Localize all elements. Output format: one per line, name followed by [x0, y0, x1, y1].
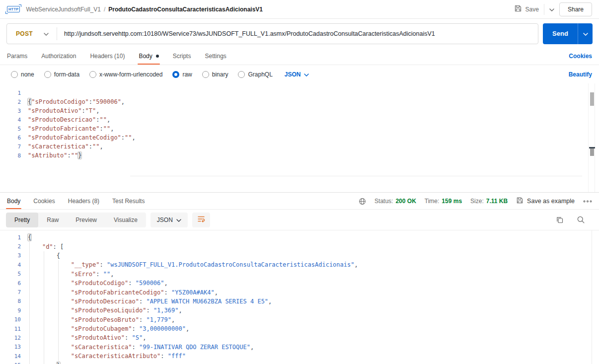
- code-line: 2{"sProdutoCodigo":"590006",: [0, 97, 599, 106]
- send-split-button: Send: [543, 23, 593, 44]
- code-text: "sProdutoFabricanteCodigo": "Y5Z00A#AK4"…: [21, 289, 218, 296]
- divider: [544, 4, 544, 15]
- breadcrumb-separator: /: [104, 6, 105, 13]
- response-language-selector[interactable]: JSON: [150, 213, 188, 227]
- code-text: "sProdutoFabricanteCodigo":"",: [21, 134, 136, 141]
- breadcrumb-request-name[interactable]: ProdutoCadastroConsultaCaracteristicasAd…: [108, 6, 263, 13]
- body-mode-label: GraphQL: [248, 71, 272, 78]
- response-tab-cookies[interactable]: Cookies: [33, 193, 55, 209]
- send-options-button[interactable]: [578, 23, 593, 44]
- response-toolbar: PrettyRawPreviewVisualize JSON: [0, 210, 599, 230]
- view-tab-pretty[interactable]: Pretty: [6, 213, 38, 227]
- url-input[interactable]: [60, 30, 538, 37]
- response-body-editor[interactable]: 1{2 "d": [3 {4 "__type": "wsJUNDSOFT_FUL…: [0, 230, 599, 364]
- tab-body[interactable]: Body: [139, 48, 158, 65]
- code-text: {: [21, 252, 60, 259]
- method-label: POST: [16, 30, 33, 37]
- response-time: Time:159 ms: [425, 198, 462, 205]
- body-mode-graphql[interactable]: GraphQL: [238, 71, 272, 78]
- method-selector[interactable]: POST: [7, 30, 57, 37]
- code-text: "__type": "wsJUNDSOFT_FULL_V1.ProdutoCad…: [21, 261, 358, 268]
- code-line: 1{: [0, 233, 599, 242]
- body-mode-none[interactable]: none: [11, 71, 34, 78]
- body-mode-bar: noneform-datax-www-form-urlencodedrawbin…: [0, 65, 599, 83]
- request-tabs: ParamsAuthorizationHeaders (10)BodyScrip…: [0, 48, 599, 65]
- tab-label: Params: [7, 53, 27, 60]
- search-icon[interactable]: [577, 216, 585, 224]
- radio-raw[interactable]: [172, 71, 179, 78]
- scrollbar-thumb[interactable]: [590, 148, 594, 156]
- code-text: "sProdutoCubagem": "3,000000000",: [21, 325, 189, 332]
- code-line: 5"sProdutoFabricante":"",: [0, 124, 599, 133]
- tab-params[interactable]: Params: [7, 48, 27, 65]
- response-status: Status:200 OK: [374, 198, 416, 205]
- response-tab-test-results[interactable]: Test Results: [112, 193, 145, 209]
- response-tab-body[interactable]: Body: [7, 193, 20, 209]
- view-tab-raw[interactable]: Raw: [38, 213, 67, 227]
- meta-value: 200 OK: [395, 198, 416, 205]
- response-stats: Status:200 OKTime:159 msSize:7.11 KB: [374, 198, 508, 205]
- chevron-down-icon: [176, 217, 181, 223]
- breadcrumb-collection[interactable]: WebServiceJundsoftFull_V1: [26, 6, 101, 13]
- code-text: "sCaracteristica": "99-INATIVAR QDO ZERA…: [21, 344, 254, 351]
- code-line: 9 "sProdutoPesoLiquido": "1,369",: [0, 306, 599, 315]
- tab-scripts[interactable]: Scripts: [173, 48, 191, 65]
- body-mode-binary[interactable]: binary: [202, 71, 228, 78]
- radio-graphql[interactable]: [238, 71, 245, 78]
- wrap-lines-icon: [197, 215, 205, 225]
- code-line: 3 {: [0, 251, 599, 260]
- response-header: BodyCookiesHeaders (8)Test Results Statu…: [0, 193, 599, 210]
- tab-label: Headers (8): [68, 198, 99, 205]
- body-mode-x-www-form-urlencoded[interactable]: x-www-form-urlencoded: [89, 71, 162, 78]
- topbar: HTTP WebServiceJundsoftFull_V1 / Produto…: [0, 0, 599, 19]
- meta-label: Status:: [374, 198, 393, 205]
- request-language-selector[interactable]: JSON: [285, 71, 309, 78]
- save-button[interactable]: Save: [514, 4, 539, 14]
- response-editor-scrollbar[interactable]: [592, 230, 592, 364]
- code-line: 8 "sProdutoDescricao": "APPLE WATCH MU66…: [0, 297, 599, 306]
- body-mode-raw[interactable]: raw: [172, 71, 192, 78]
- radio-x-www-form-urlencoded[interactable]: [89, 71, 96, 78]
- request-code: 12{"sProdutoCodigo":"590006",3"sProdutoA…: [0, 88, 599, 160]
- save-as-example-button[interactable]: Save as example: [516, 197, 575, 206]
- response-toolbar-icons: [556, 216, 593, 224]
- chevron-down-icon: [304, 71, 309, 78]
- share-button[interactable]: Share: [559, 2, 592, 16]
- response-size: Size:7.11 KB: [470, 198, 508, 205]
- response-tabs: BodyCookiesHeaders (8)Test Results: [7, 193, 145, 209]
- radio-none[interactable]: [11, 71, 18, 78]
- breadcrumb: HTTP WebServiceJundsoftFull_V1 / Produto…: [7, 6, 263, 13]
- indent-guide: [58, 260, 59, 361]
- radio-binary[interactable]: [202, 71, 209, 78]
- beautify-link[interactable]: Beautify: [569, 71, 592, 78]
- scrollbar-thumb[interactable]: [590, 92, 594, 106]
- send-button[interactable]: Send: [543, 23, 578, 44]
- save-dropdown-button[interactable]: [549, 5, 554, 13]
- view-tab-preview[interactable]: Preview: [67, 213, 105, 227]
- response-view-switcher: PrettyRawPreviewVisualize: [6, 213, 146, 227]
- more-options-icon[interactable]: [583, 200, 592, 203]
- code-line: 15 },: [0, 361, 599, 364]
- chevron-down-icon: [44, 30, 49, 37]
- topbar-actions: Save Share: [514, 2, 592, 16]
- code-text: "sProdutoCodigo": "590006",: [21, 280, 168, 287]
- radio-form-data[interactable]: [44, 71, 51, 78]
- code-text: "sProdutoPesoLiquido": "1,369",: [21, 307, 182, 314]
- code-text: "sProdutoDescricao": "APPLE WATCH MU662B…: [21, 298, 272, 305]
- tab-headers-10[interactable]: Headers (10): [90, 48, 125, 65]
- request-body-editor[interactable]: 12{"sProdutoCodigo":"590006",3"sProdutoA…: [0, 83, 599, 193]
- wrap-lines-button[interactable]: [192, 213, 210, 227]
- tab-settings[interactable]: Settings: [205, 48, 226, 65]
- response-tab-headers-8[interactable]: Headers (8): [68, 193, 99, 209]
- breadcrumb-trail: WebServiceJundsoftFull_V1 / ProdutoCadas…: [26, 6, 263, 13]
- tab-label: Headers (10): [90, 53, 125, 60]
- body-mode-form-data[interactable]: form-data: [44, 71, 79, 78]
- copy-icon[interactable]: [556, 216, 564, 224]
- unsaved-changes-dot: [156, 55, 159, 58]
- body-mode-label: x-www-form-urlencoded: [99, 71, 162, 78]
- tab-authorization[interactable]: Authorization: [41, 48, 76, 65]
- globe-icon[interactable]: [359, 198, 366, 205]
- view-tab-visualize[interactable]: Visualize: [105, 213, 146, 227]
- cookies-link[interactable]: Cookies: [569, 48, 592, 65]
- line-number: 4: [0, 262, 21, 268]
